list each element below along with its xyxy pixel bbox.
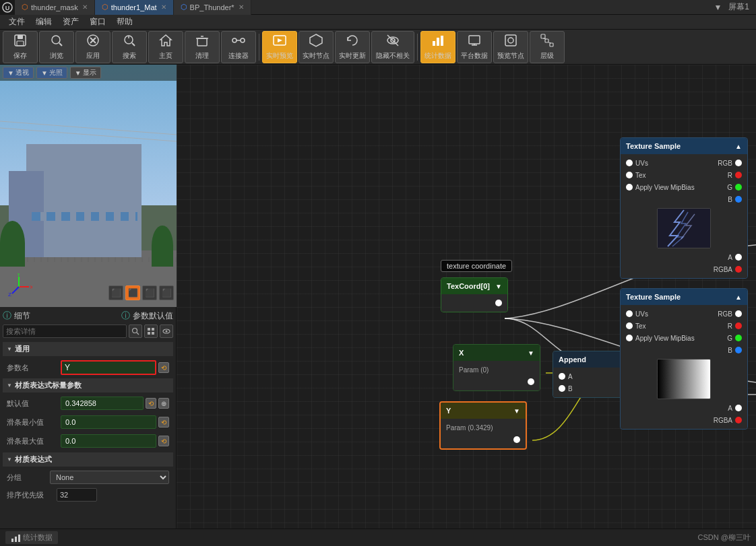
menu-window[interactable]: 窗口 [84,15,111,30]
search-btn-icon[interactable] [129,325,142,338]
param-y-subtitle-row: Param (0.3429) [441,421,526,434]
home-button[interactable]: 主页 [148,31,183,63]
hide-unrelated-button[interactable]: 隐藏不相关 [371,31,414,63]
title-bar: U ⬡ thunder_mask ✕ ⬡ thunder1_Mat ✕ ⬡ BP… [0,0,756,15]
svg-text:X: X [30,284,32,290]
param-name-input[interactable] [65,363,152,372]
vp-nav-btn-3[interactable]: ⬛ [142,285,157,300]
general-section-header[interactable]: ▼ 通用 [3,342,173,356]
realtime-preview-button[interactable]: 实时预览 [262,31,297,63]
tab-bp-thunder[interactable]: ⬡ BP_Thunder* ✕ [174,0,251,15]
menu-asset[interactable]: 资产 [57,15,84,30]
append-b-pin[interactable]: B [559,385,573,393]
texcoord-output-pin[interactable] [495,300,502,306]
slider-max-reset-icon[interactable]: ⟲ [158,436,169,446]
ts2-a-pin[interactable]: A [728,405,742,412]
ts2-rgb-pin[interactable]: RGB [718,310,742,318]
ts2-g-circle [735,335,742,341]
tab-close-icon[interactable]: ✕ [239,3,244,11]
tab-close-icon[interactable]: ✕ [161,3,166,11]
ts2-r-label: R [728,322,732,330]
expand-icon[interactable]: ▼ [495,283,502,290]
vp-nav-btn-4[interactable]: ⬛ [159,285,174,300]
param-y-output-pin[interactable] [513,436,520,443]
stats-button[interactable]: 统计数据 [420,31,455,63]
ts2-rgba-pin[interactable]: RGBA [714,417,742,424]
browse-button[interactable]: 浏览 [39,31,74,63]
tab-thunder-mask[interactable]: ⬡ thunder_mask ✕ [15,0,95,15]
default-value-menu-icon[interactable]: ⊕ [158,398,169,409]
default-value-reset-icon[interactable]: ⟲ [146,398,156,409]
append-a-pin[interactable]: A [559,373,573,380]
expand-icon-ts1[interactable]: ▲ [735,143,742,150]
expand-icon-y[interactable]: ▼ [513,407,520,415]
expand-icon-x[interactable]: ▼ [528,349,534,357]
perspective-button[interactable]: ▼ 透视 [3,67,34,79]
ts1-b-pin[interactable]: B [728,196,742,203]
vp-nav-btn-1[interactable]: ⬛ [108,285,123,300]
hierarchy-button[interactable]: 层级 [530,31,565,63]
realtime-node-button[interactable]: 实时节点 [298,31,334,63]
eye-icon[interactable] [160,325,173,338]
ts2-applymip-pin[interactable]: Apply View MipBias [626,335,695,342]
ts1-rgba-pin[interactable]: RGBA [714,266,742,273]
material-expr-scalar-header[interactable]: ▼ 材质表达式标量参数 [3,378,173,393]
ts1-g-pin[interactable]: G [727,184,742,191]
ts2-g-pin[interactable]: G [727,335,742,342]
param-x-output-pin[interactable] [528,378,534,385]
lighting-button[interactable]: ▼ 光照 [36,67,67,79]
circle-info-icon: ⓘ [3,310,11,322]
tab-thunder1-mat[interactable]: ⬡ thunder1_Mat ✕ [95,0,174,15]
ts2-applymip-circle [626,335,633,341]
tab-close-icon[interactable]: ✕ [82,3,88,11]
group-dropdown[interactable]: None [50,471,169,484]
ts1-g-label: G [727,184,732,191]
material-expr-scalar-label: 材质表达式标量参数 [15,380,82,390]
ts1-uvs-pin[interactable]: UVs [626,160,648,167]
platform-data-button[interactable]: 平台数据 [457,31,492,63]
ts2-r-pin[interactable]: R [728,322,742,330]
grid-view-icon[interactable] [144,325,158,338]
texture-sample-2-node[interactable]: Texture Sample ▲ UVs RGB [620,288,748,430]
default-value-display[interactable]: 0.342858 [61,397,144,410]
param-x-node[interactable]: X ▼ Param (0) [453,344,540,391]
menu-file[interactable]: 文件 [3,15,30,30]
ts2-tex-pin[interactable]: Tex [626,322,646,330]
preview-node-button[interactable]: 预览节点 [493,31,528,63]
param-name-reset-icon[interactable]: ⟲ [158,362,169,373]
slider-min-reset-icon[interactable]: ⟲ [158,417,169,428]
save-button[interactable]: 保存 [3,31,38,63]
texcoord-node[interactable]: TexCoord[0] ▼ [441,277,508,312]
ts1-a-pin[interactable]: A [728,254,742,261]
param-name-input-container[interactable] [61,360,156,375]
ts1-applymip-pin[interactable]: Apply View MipBias [626,184,695,191]
menu-help[interactable]: 帮助 [111,15,138,30]
menu-edit[interactable]: 编辑 [30,15,57,30]
connector-button[interactable]: 连接器 [221,31,256,63]
ts1-r-pin[interactable]: R [728,172,742,179]
search-button[interactable]: 搜索 [112,31,147,63]
props-search-input[interactable] [3,325,127,338]
apply-button[interactable]: 应用 [75,31,111,63]
param-y-node[interactable]: Y ▼ Param (0.3429) [439,401,527,450]
slider-max-value[interactable]: 0.0 [61,434,156,448]
vp-nav-btn-2[interactable]: ⬛ [125,285,140,300]
dropdown-icon[interactable]: ▼ [714,3,722,12]
ts2-b-pin[interactable]: B [728,347,742,354]
param-y-body: Param (0.3429) [441,419,526,448]
slider-min-value[interactable]: 0.0 [61,415,156,429]
ts1-tex-pin[interactable]: Tex [626,172,646,179]
ts1-rgb-pin[interactable]: RGB [718,160,742,167]
node-canvas[interactable]: texture coordinate TexCoord[0] ▼ X ▼ [177,65,756,528]
default-value-text: 0.342858 [65,399,96,407]
realtime-update-button[interactable]: 实时更新 [335,31,370,63]
display-button[interactable]: ▼ 显示 [70,67,101,79]
ts2-uvs-pin[interactable]: UVs [626,310,648,318]
material-expr-header[interactable]: ▼ 材质表达式 [3,452,173,467]
sort-priority-input[interactable] [57,488,97,502]
expand-icon-ts2[interactable]: ▲ [735,294,742,301]
svg-line-39 [0,128,177,141]
texture-sample-1-node[interactable]: Texture Sample ▲ UVs RGB [620,137,748,279]
stats-toggle[interactable]: 统计数据 [5,531,58,544]
clean-button[interactable]: 清理 [185,31,220,63]
